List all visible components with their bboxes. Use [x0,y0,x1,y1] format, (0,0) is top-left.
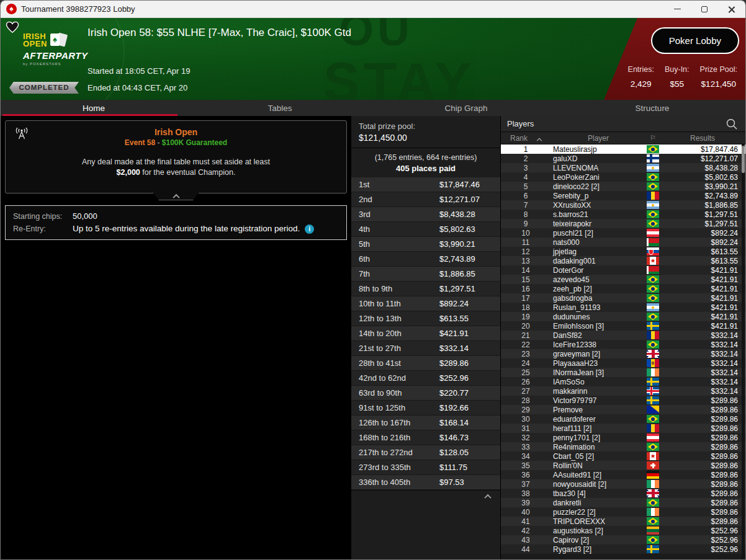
tournament-lobby-window: ♠ Tournament 3988277923 Lobby OU STAY IR… [0,0,746,560]
prize-row: 63rd to 90th$220.77 [351,386,500,401]
maximize-button[interactable] [691,1,718,17]
prize-row: 6th$2,743.89 [351,252,500,267]
ended-at-text: Ended at 04:43 CET, Apr 20 [88,83,187,92]
player-row[interactable]: 40puzzler22 [2]$289.86 [501,507,745,517]
player-row[interactable]: 21DanSf82$332.14 [501,331,745,340]
player-flag-cell [646,350,660,358]
player-result: $289.86 [660,508,745,517]
player-row[interactable]: 16zeeh_pb [2]$421.91 [501,284,745,293]
player-name: Rygard3 [2] [551,545,646,554]
event-number: Event 58 [125,138,155,147]
player-name: augustiokas [2] [551,527,646,535]
player-name: Cbart_05 [2] [551,452,646,461]
announcement-collapse-button[interactable] [153,192,200,200]
prize-amount: $252.96 [439,373,469,383]
flag-ba-icon [647,406,659,414]
player-row[interactable]: 37nowyousaidit [2]$289.86 [501,479,745,489]
player-row[interactable]: 14DoterGor$421.91 [501,265,745,275]
minimize-button[interactable] [663,1,691,17]
player-row[interactable]: 22IceFire12338$332.14 [501,340,745,349]
player-row[interactable]: 17gabsdrogba$421.91 [501,293,745,303]
player-flag-cell [646,238,660,246]
player-row[interactable]: 41TRIPLOREXXX$289.86 [501,517,745,526]
player-row[interactable]: 36AAsuited91 [2]$289.86 [501,470,745,479]
player-row[interactable]: 15azevedo45$421.91 [501,275,745,284]
player-result: $252.96 [660,527,745,535]
player-row[interactable]: 2galuXD$12,271.07 [501,154,745,163]
player-name: INormaJean [3] [551,368,646,377]
header-stat: Prize Pool:$121,450 [700,65,737,89]
prize-place: 3rd [351,210,439,219]
player-row[interactable]: 24PlayaaaaH23$332.14 [501,358,745,368]
player-row[interactable]: 27makkarinn$332.14 [501,386,745,396]
player-row[interactable]: 13dadaking001$613.55 [501,256,745,265]
prize-amount: $332.14 [439,344,469,353]
close-button[interactable] [718,1,745,17]
player-row[interactable]: 20EmilohIsson [3]$421.91 [501,321,745,331]
player-row[interactable]: 28Victor979797$289.86 [501,396,745,405]
player-row[interactable]: 33Re4nimation$289.86 [501,442,745,451]
tab-home[interactable]: Home [1,100,187,116]
player-row[interactable]: 19dudununes$421.91 [501,312,745,321]
player-row[interactable]: 26IAmSoSo$332.14 [501,377,745,386]
player-name: DanSf82 [551,331,646,340]
player-row[interactable]: 31heraf111 [2]$289.86 [501,424,745,433]
prize-pool-panel: Total prize pool: $121,450.00 (1,765 ent… [351,116,500,560]
player-row[interactable]: 8s.barros21$1,297.51 [501,210,745,219]
search-icon[interactable] [726,118,738,130]
prize-place: 126th to 167th [351,418,439,427]
guarantee-text: $100K Guaranteed [162,138,227,147]
player-row[interactable]: 25INormaJean [3]$332.14 [501,368,745,377]
prize-row: 5th$3,990.21 [351,237,500,252]
player-row[interactable]: 23graveyman [2]$332.14 [501,349,745,358]
prize-list: 1st$17,847.462nd$12,271.073rd$8,438.284t… [351,177,500,490]
player-rank: 15 [501,275,551,284]
player-row[interactable]: 1Mateuslirasjp$17,847.46 [501,144,745,154]
player-row[interactable]: 5dineloco22 [2]$3,990.21 [501,182,745,191]
player-row[interactable]: 10puschl21 [2]$892.24 [501,228,745,238]
column-header-rank[interactable]: Rank [501,134,551,143]
prize-place: 1st [351,180,439,189]
player-row[interactable]: 42augustiokas [2]$252.96 [501,526,745,535]
player-row[interactable]: 7XXrusitoXX$1,886.85 [501,200,745,210]
player-flag-cell [646,182,660,190]
prize-row: 4th$5,802.63 [351,222,500,237]
player-row[interactable]: 43Capirov [2]$252.96 [501,535,745,544]
player-row[interactable]: 4LeoPokerZani$5,802.63 [501,172,745,182]
poker-lobby-button[interactable]: Poker Lobby [651,27,739,54]
player-row[interactable]: 3LLEVENOMA$8,438.28 [501,163,745,172]
player-rank: 13 [501,257,551,265]
prize-list-collapse-button[interactable] [351,490,500,502]
player-name: nowyousaidit [2] [551,480,646,489]
player-row[interactable]: 29Premove$289.86 [501,405,745,414]
player-row[interactable]: 6Serebity_p$2,743.89 [501,191,745,200]
player-row[interactable]: 9teixeirapokr$1,297.51 [501,219,745,228]
tab-tables[interactable]: Tables [187,100,373,116]
prize-place: 91st to 125th [351,403,439,412]
prize-row: 14th to 20th$421.91 [351,326,500,341]
player-row[interactable]: 35Rollin'0N$289.86 [501,461,745,470]
favorite-heart-icon[interactable] [6,21,19,33]
player-row[interactable]: 38tbaz30 [4]$289.86 [501,489,745,498]
player-row[interactable]: 11nats000$892.24 [501,238,745,247]
players-panel: Players Rank Player ⚐ Results 1Mateuslir… [501,116,745,560]
player-result: $289.86 [660,480,745,489]
player-row[interactable]: 34Cbart_05 [2]$289.86 [501,451,745,461]
tab-chip-graph[interactable]: Chip Graph [373,100,559,116]
player-row[interactable]: 44Rygard3 [2]$252.96 [501,544,745,554]
player-rank: 6 [501,192,551,200]
broadcast-antenna-icon [14,127,29,140]
info-icon[interactable]: i [305,224,314,234]
player-row[interactable]: 12jpjetlag$613.55 [501,247,745,256]
player-row[interactable]: 32penny1701 [2]$289.86 [501,433,745,442]
flag-ie-icon [647,508,659,516]
player-result: $421.91 [660,275,745,284]
player-result: $289.86 [660,443,745,451]
player-row[interactable]: 30eduardoferer$289.86 [501,414,745,424]
tab-structure[interactable]: Structure [559,100,745,116]
player-name: DoterGor [551,266,646,275]
players-scrollbar [742,144,745,560]
player-row[interactable]: 39dankretli$289.86 [501,498,745,507]
player-row[interactable]: 18Ruslan_91193$421.91 [501,303,745,312]
scrollbar-thumb[interactable] [742,146,745,173]
